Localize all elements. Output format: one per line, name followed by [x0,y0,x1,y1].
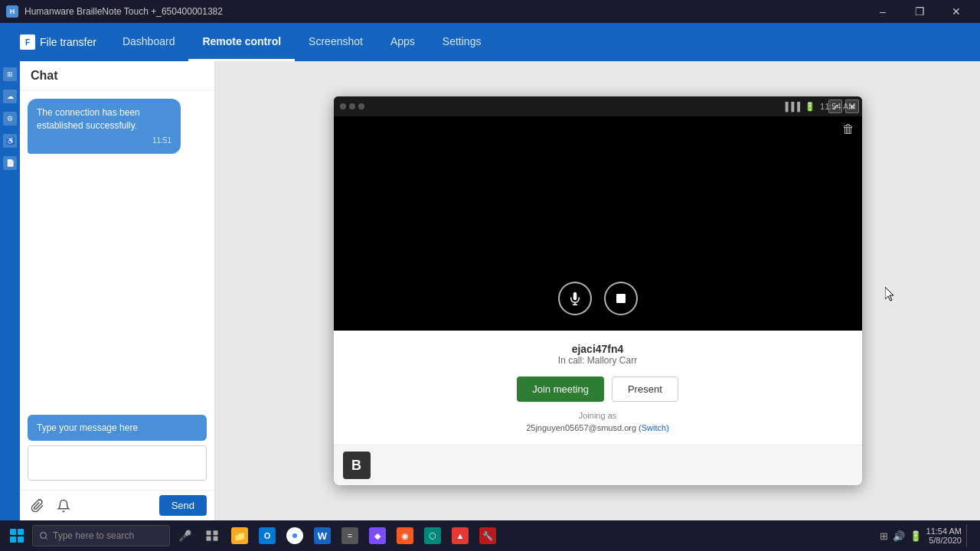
mic-taskbar-icon: 🎤 [176,527,193,544]
braille-b-icon: B [343,452,371,479]
chat-actions: Send [20,490,214,520]
file-explorer-icon: 📁 [231,527,248,544]
title-text: Humanware BrailleNote Touch +_6504000013… [24,6,859,17]
remote-close-button[interactable]: ✕ [845,99,859,113]
battery-icon: 🔋 [805,102,815,112]
remote-screen[interactable]: 🗑 [334,116,862,331]
join-meeting-button[interactable]: Join meeting [517,377,604,402]
svg-point-3 [41,533,47,539]
signal-icon: ▐▐▐ [782,102,800,111]
nav-item-settings[interactable]: Settings [429,23,495,61]
taskbar-app-10[interactable]: 🔧 [475,522,501,549]
meeting-call-info: In call: Mallory Carr [346,355,850,366]
notification-icon[interactable] [54,496,74,516]
svg-line-4 [45,537,47,539]
sidebar-item-4[interactable]: ♿ [1,131,19,152]
chat-placeholder-box[interactable]: Type your message here [28,415,207,441]
svg-point-9 [292,533,297,538]
remote-window-buttons: ⤢ ✕ [828,99,859,113]
app-sidebar: ⊞ ☁ ⚙ ♿ 📄 [0,61,20,520]
cursor [885,287,897,305]
taskbar-time[interactable]: 11:54 AM 5/8/2020 [926,527,962,545]
stop-button[interactable] [604,282,638,315]
main-layout: ⊞ ☁ ⚙ ♿ 📄 Chat The connec [0,61,980,520]
app10-icon: 🔧 [479,527,496,544]
taskbar-app-explorer[interactable]: 📁 [227,522,253,549]
window-controls: – ❐ ✕ [865,0,974,23]
taskbar-app-9[interactable]: ▲ [447,522,473,549]
chat-message-time: 11:51 [37,135,172,146]
device-dots [340,103,364,109]
meeting-panel: ejaci47fn4 In call: Mallory Carr Join me… [334,331,862,445]
dot-3 [358,103,364,109]
taskbar-search[interactable]: Type here to search [32,525,170,546]
email-text: 25jnguyen05657@smusd.org [526,423,636,432]
taskbar-app-outlook[interactable]: O [254,522,280,549]
sidebar-item-2[interactable]: ☁ [1,86,19,107]
in-call-name: Mallory Carr [587,355,637,366]
nav-item-apps[interactable]: Apps [377,23,429,61]
show-desktop-button[interactable] [966,524,971,547]
switch-link[interactable]: (Switch) [639,423,669,432]
taskbar-app-word[interactable]: W [309,522,335,549]
remote-window: ▐▐▐ 🔋 11:54 AM ⤢ ✕ 🗑 [334,96,862,485]
mic-button[interactable] [558,282,592,315]
meeting-email: 25jnguyen05657@smusd.org (Switch) [346,423,850,432]
nav-item-dashboard[interactable]: Dashboard [109,23,189,61]
taskbar-right: ⊞ 🔊 🔋 11:54 AM 5/8/2020 [880,524,977,547]
calculator-icon: = [341,527,358,544]
outlook-icon: O [259,527,276,544]
in-call-label: In call: [558,355,585,366]
sidebar-item-3[interactable]: ⚙ [1,109,19,129]
search-placeholder: Type here to search [53,530,134,541]
delete-icon[interactable]: 🗑 [842,122,854,136]
battery-taskbar-icon[interactable]: 🔋 [910,530,922,542]
meeting-buttons: Join meeting Present [346,377,850,402]
chat-header: Chat [20,61,214,91]
present-button[interactable]: Present [612,377,678,402]
date-text: 5/8/2020 [929,536,962,545]
dot-1 [340,103,346,109]
send-button[interactable]: Send [159,495,207,516]
nav-item-screenshot[interactable]: Screenshot [295,23,377,61]
chrome-icon [286,527,303,544]
system-tray-icons: ⊞ 🔊 🔋 [880,530,922,542]
nav-logo: F File transfer [8,34,109,50]
restore-button[interactable]: ❐ [902,0,937,23]
word-icon: W [314,527,331,544]
svg-rect-6 [214,530,218,535]
attachment-icon[interactable] [28,496,47,516]
svg-rect-7 [207,536,211,541]
meeting-user-id: ejaci47fn4 [346,343,850,355]
network-icon[interactable]: ⊞ [880,530,888,542]
volume-icon[interactable]: 🔊 [893,530,905,542]
chat-input[interactable] [28,445,207,481]
taskbar-task-view[interactable] [199,522,225,549]
chat-placeholder-area: Type your message here [20,409,214,490]
time-text: 11:54 AM [926,527,962,536]
svg-rect-5 [207,530,211,535]
start-button[interactable] [3,522,31,549]
nav-bar: F File transfer Dashboard Remote control… [0,23,980,61]
taskbar-app-calculator[interactable]: = [337,522,363,549]
taskbar-app-8[interactable]: ⬡ [420,522,446,549]
content-area: ▐▐▐ 🔋 11:54 AM ⤢ ✕ 🗑 [215,61,980,520]
taskbar-app-7[interactable]: ◉ [392,522,418,549]
chat-bubble: The connection has been established succ… [28,99,181,154]
close-button[interactable]: ✕ [939,0,974,23]
expand-button[interactable]: ⤢ [828,99,842,113]
taskbar-app-chrome[interactable] [282,522,308,549]
title-bar: H Humanware BrailleNote Touch +_65040000… [0,0,980,23]
remote-media-controls [558,282,638,315]
taskbar-mic[interactable]: 🎤 [172,522,198,549]
minimize-button[interactable]: – [865,0,900,23]
app6-icon: ◆ [369,527,386,544]
nav-item-remote-control[interactable]: Remote control [188,23,295,61]
sidebar-item-5[interactable]: 📄 [1,153,19,174]
app7-icon: ◉ [397,527,413,544]
app9-icon: ▲ [452,527,469,544]
sidebar-item-1[interactable]: ⊞ [1,64,19,85]
svg-rect-2 [616,294,626,303]
taskbar-app-6[interactable]: ◆ [364,522,390,549]
svg-rect-8 [214,536,218,541]
